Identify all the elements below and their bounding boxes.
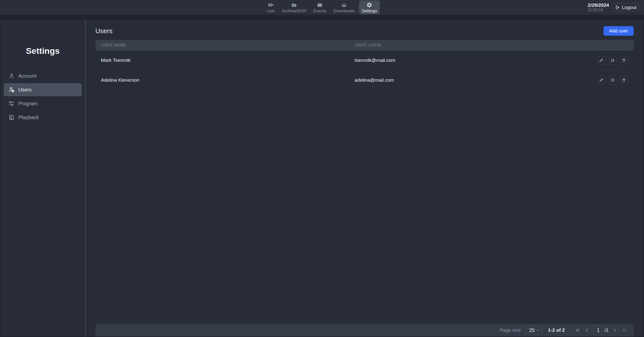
user-login-cell: adelina@mail.com	[349, 77, 593, 83]
topbar-right: 2/29/2024 11:50:16 Logout	[588, 2, 640, 12]
copy-icon	[610, 58, 615, 63]
current-date: 2/29/2024	[588, 2, 609, 8]
pencil-icon	[599, 78, 603, 82]
gear-icon	[366, 2, 372, 8]
chevrons-left-icon	[575, 328, 580, 333]
trash-icon	[622, 58, 626, 63]
first-page-button[interactable]	[575, 328, 580, 333]
copy-user-button[interactable]	[608, 56, 617, 65]
tab-label: Settings	[362, 9, 377, 13]
document-icon	[8, 114, 15, 121]
settings-sidebar: Settings Account	[1, 20, 86, 336]
page-header: Users Add user	[95, 26, 634, 36]
user-name-cell: Adelina Kleverson	[95, 77, 349, 83]
nav-tabs: Live Archive/DVR Events	[264, 0, 380, 15]
column-header-user-login: USER LOGIN	[349, 43, 593, 47]
logout-button[interactable]: Logout	[612, 3, 640, 12]
copy-user-button[interactable]	[608, 76, 617, 84]
sliders-icon	[8, 100, 15, 107]
sidebar-menu: Account Users	[1, 69, 85, 124]
tab-label: Archive/DVR	[282, 9, 306, 13]
user-name-cell: Mark Tsenrolk	[95, 58, 349, 63]
pencil-icon	[599, 58, 603, 63]
sidebar-item-account[interactable]: Account	[4, 69, 82, 82]
page-size-value: 25	[529, 327, 535, 333]
tab-events[interactable]: Events	[311, 1, 329, 14]
topbar-shadow-strip	[0, 15, 644, 19]
column-header-user-name: USER NAME	[95, 43, 349, 47]
delete-user-button[interactable]	[620, 56, 628, 65]
page-size-label: Page size	[500, 327, 521, 333]
sidebar-item-playback[interactable]: Playback	[4, 111, 82, 124]
current-page-input[interactable]: 1	[593, 326, 603, 335]
folder-play-icon	[291, 2, 297, 8]
tab-live[interactable]: Live	[264, 1, 277, 14]
table-row: Adelina Kleverson adelina@mail.com	[95, 70, 634, 90]
chevron-left-icon	[584, 328, 589, 333]
tab-label: Live	[267, 9, 275, 13]
last-page-button[interactable]	[622, 328, 627, 333]
current-time: 11:50:16	[588, 8, 609, 12]
chevron-down-icon	[536, 328, 540, 332]
person-icon	[8, 73, 15, 79]
trash-icon	[622, 78, 626, 82]
tab-label: Events	[313, 9, 326, 13]
chevrons-right-icon	[622, 328, 627, 333]
sidebar-item-program[interactable]: Program	[4, 97, 82, 110]
download-box-icon	[341, 2, 347, 8]
delete-user-button[interactable]	[620, 76, 628, 84]
previous-page-button[interactable]	[584, 328, 589, 333]
pagination-range: 1-2 of 2	[548, 327, 565, 333]
table-row: Mark Tsenrolk tsenrolk@mail.com	[95, 51, 634, 70]
datetime: 2/29/2024 11:50:16	[588, 2, 609, 12]
users-page: Users Add user USER NAME USER LOGIN Mark…	[86, 20, 643, 336]
row-actions	[593, 56, 634, 65]
chevron-right-icon	[613, 328, 618, 333]
page-title: Users	[95, 27, 112, 35]
copy-icon	[610, 78, 615, 82]
tab-label: Downloads	[333, 9, 355, 13]
edit-user-button[interactable]	[597, 76, 605, 84]
calendar-icon	[317, 2, 323, 8]
row-actions	[593, 76, 634, 84]
logout-icon	[615, 5, 620, 10]
sidebar-item-label: Users	[18, 87, 31, 93]
pager-controls: 1 /1	[575, 326, 627, 335]
sidebar-item-users[interactable]: Users	[4, 83, 82, 96]
edit-user-button[interactable]	[597, 56, 605, 65]
top-navigation-bar: Live Archive/DVR Events	[0, 0, 644, 15]
logout-label: Logout	[622, 5, 636, 10]
app-body: Settings Account	[0, 19, 644, 337]
sidebar-item-label: Account	[18, 73, 36, 79]
sidebar-title: Settings	[1, 45, 85, 56]
tab-settings[interactable]: Settings	[359, 1, 380, 14]
tab-downloads[interactable]: Downloads	[331, 1, 357, 14]
add-user-button[interactable]: Add user	[603, 26, 634, 36]
sidebar-item-label: Playback	[18, 115, 39, 120]
next-page-button[interactable]	[613, 328, 618, 333]
video-camera-icon	[268, 2, 274, 8]
users-table-header: USER NAME USER LOGIN	[95, 40, 634, 51]
pagination-bar: Page size 25 1-2 of 2	[95, 324, 634, 336]
user-login-cell: tsenrolk@mail.com	[349, 58, 593, 63]
total-pages: /1	[604, 327, 609, 333]
tab-archive-dvr[interactable]: Archive/DVR	[279, 1, 309, 14]
person-add-icon	[8, 86, 15, 93]
sidebar-item-label: Program	[18, 101, 38, 107]
page-size-select[interactable]: 25	[526, 326, 542, 334]
